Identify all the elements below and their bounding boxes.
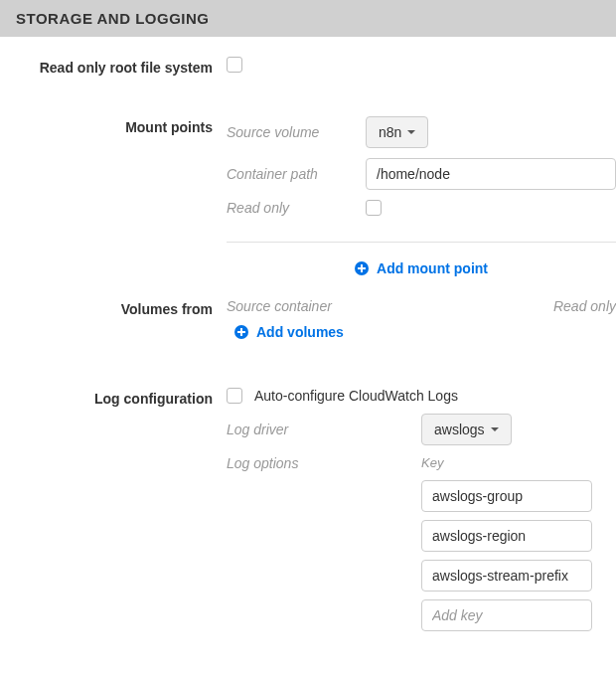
sublabel-log-driver: Log driver (227, 422, 421, 437)
row-add-volumes: Add volumes (227, 324, 616, 340)
sublabel-mount-read-only: Read only (227, 200, 366, 216)
section-title: STORAGE AND LOGGING (16, 10, 210, 27)
divider (227, 242, 616, 243)
subrow-source-volume: Source volume n8n (227, 116, 616, 148)
subrow-log-driver: Log driver awslogs (227, 414, 616, 445)
label-readonly-root: Read only root file system (0, 57, 227, 79)
plus-icon (355, 261, 369, 275)
input-log-key[interactable] (421, 560, 592, 592)
input-container-path[interactable] (366, 158, 616, 190)
label-mount-points: Mount points (0, 116, 227, 138)
input-log-key[interactable] (421, 480, 592, 512)
sublabel-log-options: Log options (227, 455, 421, 471)
add-volumes-button[interactable]: Add volumes (234, 324, 344, 340)
dropdown-log-driver-value: awslogs (434, 422, 485, 437)
sublabel-container-path: Container path (227, 166, 366, 182)
sublabel-volumes-read-only: Read only (553, 298, 616, 314)
subrow-auto-cloudwatch: Auto-configure CloudWatch Logs (227, 388, 616, 404)
row-log-config: Log configuration Auto-configure CloudWa… (0, 388, 616, 641)
section-header: STORAGE AND LOGGING (0, 0, 616, 37)
chevron-down-icon (491, 427, 499, 431)
row-mount-points: Mount points Source volume n8n Container… (0, 116, 616, 226)
input-log-key-add[interactable] (421, 599, 592, 631)
add-volumes-label: Add volumes (256, 324, 344, 340)
subrow-container-path: Container path (227, 158, 616, 190)
label-auto-cloudwatch: Auto-configure CloudWatch Logs (254, 388, 458, 404)
chevron-down-icon (407, 130, 415, 134)
checkbox-mount-read-only[interactable] (366, 200, 382, 216)
add-mount-point-button[interactable]: Add mount point (355, 260, 488, 276)
plus-icon (234, 325, 248, 339)
subrow-volumes-headers: Source container Read only (227, 298, 616, 314)
add-mount-point-label: Add mount point (377, 260, 488, 276)
subrow-log-options: Log options Key (227, 455, 616, 631)
dropdown-source-volume[interactable]: n8n (366, 116, 428, 148)
row-volumes-from: Volumes from Source container Read only … (0, 298, 616, 350)
label-log-config: Log configuration (0, 388, 227, 410)
dropdown-log-driver[interactable]: awslogs (421, 414, 512, 445)
log-options-key-column: Key (421, 455, 616, 631)
checkbox-auto-cloudwatch[interactable] (227, 388, 242, 404)
input-log-key[interactable] (421, 520, 592, 552)
sublabel-source-volume: Source volume (227, 124, 366, 140)
sublabel-source-container: Source container (227, 298, 366, 314)
dropdown-source-volume-value: n8n (379, 124, 401, 140)
label-volumes-from: Volumes from (0, 298, 227, 320)
checkbox-readonly-root[interactable] (227, 57, 242, 73)
row-add-mount-point: Add mount point (227, 254, 616, 298)
row-readonly-root: Read only root file system (0, 57, 616, 79)
log-options-key-header: Key (421, 455, 616, 470)
subrow-mount-read-only: Read only (227, 200, 616, 216)
